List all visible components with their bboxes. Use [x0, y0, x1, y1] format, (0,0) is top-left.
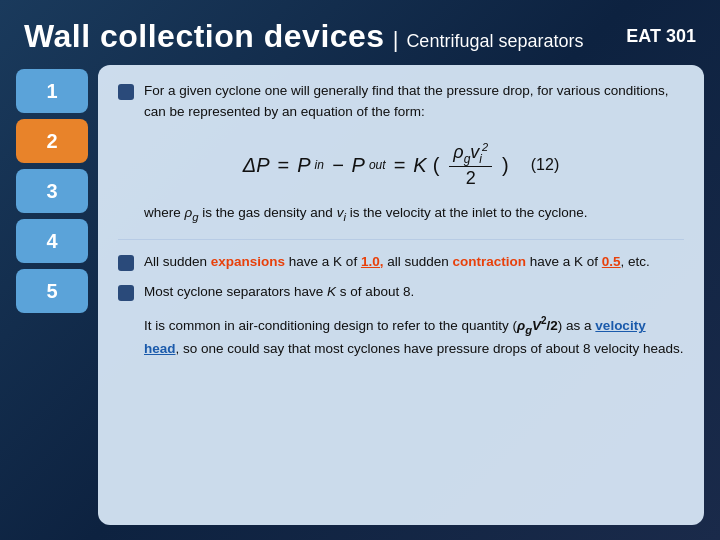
content-text-1: For a given cyclone one will generally f… — [144, 81, 684, 123]
content-panel: For a given cyclone one will generally f… — [98, 65, 704, 525]
page-title: Wall collection devices — [24, 18, 385, 55]
page-header: Wall collection devices | Centrifugal se… — [0, 0, 720, 65]
sidebar-label-5: 5 — [46, 280, 57, 303]
sidebar-label-3: 3 — [46, 180, 57, 203]
bullet-icon-2 — [118, 255, 134, 271]
sidebar-item-4[interactable]: 4 — [16, 219, 88, 263]
equation-formula: ΔP = Pin − Pout = K ( ρgvi2 2 ) — [243, 141, 511, 190]
sidebar-item-3[interactable]: 3 — [16, 169, 88, 213]
sidebar-item-2[interactable]: 2 — [16, 119, 88, 163]
bullet-icon-1 — [118, 84, 134, 100]
content-block-4: Most cyclone separators have K s of abou… — [118, 282, 684, 303]
content-text-2: where ρg is the gas density and vi is th… — [118, 203, 684, 226]
content-block-1: For a given cyclone one will generally f… — [118, 81, 684, 123]
sidebar-item-1[interactable]: 1 — [16, 69, 88, 113]
content-block-3: All sudden expansions have a K of 1.0, a… — [118, 252, 684, 273]
course-badge: EAT 301 — [626, 26, 696, 47]
sidebar-item-5[interactable]: 5 — [16, 269, 88, 313]
equation-number: (12) — [531, 156, 559, 174]
main-container: 1 2 3 4 5 For a given cyclone one will g… — [0, 65, 720, 535]
sidebar-label-4: 4 — [46, 230, 57, 253]
content-text-5: It is common in air-conditioning design … — [118, 313, 684, 360]
sidebar-label-2: 2 — [46, 130, 57, 153]
content-block-5: It is common in air-conditioning design … — [118, 313, 684, 360]
equation-block: ΔP = Pin − Pout = K ( ρgvi2 2 ) (12) — [118, 133, 684, 194]
sidebar: 1 2 3 4 5 — [16, 65, 88, 525]
separator-1 — [118, 239, 684, 240]
content-text-3: All sudden expansions have a K of 1.0, a… — [144, 252, 684, 273]
page-subtitle: Centrifugal separators — [406, 31, 583, 52]
sidebar-label-1: 1 — [46, 80, 57, 103]
content-text-4: Most cyclone separators have K s of abou… — [144, 282, 684, 303]
bullet-icon-3 — [118, 285, 134, 301]
content-block-2: where ρg is the gas density and vi is th… — [118, 203, 684, 226]
